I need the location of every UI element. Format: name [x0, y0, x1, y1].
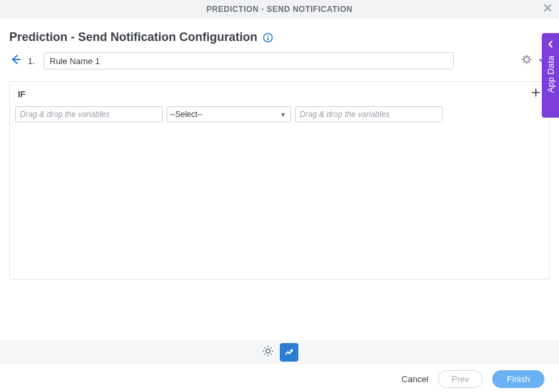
svg-point-1 [267, 35, 269, 36]
back-arrow-icon[interactable] [9, 54, 21, 68]
svg-rect-2 [267, 37, 269, 40]
chevron-down-icon: ▼ [280, 111, 286, 118]
close-icon[interactable] [543, 3, 552, 15]
svg-point-3 [524, 57, 529, 62]
variable-drop-left[interactable]: Drag & drop the variables [15, 106, 163, 122]
auto-suggest-icon[interactable] [521, 54, 533, 68]
condition-header: IF [10, 82, 549, 106]
page-title: Prediction - Send Notification Configura… [9, 30, 257, 44]
gear-icon[interactable] [261, 344, 275, 360]
svg-point-4 [266, 349, 270, 353]
bottom-toolbar [0, 340, 559, 364]
add-condition-icon[interactable] [531, 87, 541, 101]
rule-row: 1. [0, 44, 559, 69]
prediction-icon[interactable] [280, 343, 298, 362]
info-icon[interactable] [263, 32, 273, 43]
if-label: IF [18, 89, 26, 99]
operator-select-text: --Select-- [170, 110, 202, 119]
finish-button[interactable]: Finish [492, 370, 544, 388]
app-data-label: App Data [546, 56, 556, 93]
rule-name-input[interactable] [44, 52, 454, 69]
prev-button[interactable]: Prev [438, 370, 484, 388]
page-title-row: Prediction - Send Notification Configura… [0, 19, 559, 44]
app-data-tab[interactable]: App Data [542, 33, 559, 118]
rule-number: 1. [28, 56, 37, 66]
variable-drop-right[interactable]: Drag & drop the variables [295, 106, 443, 122]
condition-panel: IF Drag & drop the variables --Select-- … [9, 81, 550, 280]
chevron-left-icon [547, 38, 554, 50]
header-title: PREDICTION - SEND NOTIFICATION [206, 5, 353, 14]
operator-select[interactable]: --Select-- ▼ [167, 106, 291, 122]
condition-row: Drag & drop the variables --Select-- ▼ D… [10, 106, 549, 130]
footer: Cancel Prev Finish [0, 370, 559, 388]
cancel-button[interactable]: Cancel [402, 374, 428, 384]
header-bar: PREDICTION - SEND NOTIFICATION [0, 0, 559, 19]
